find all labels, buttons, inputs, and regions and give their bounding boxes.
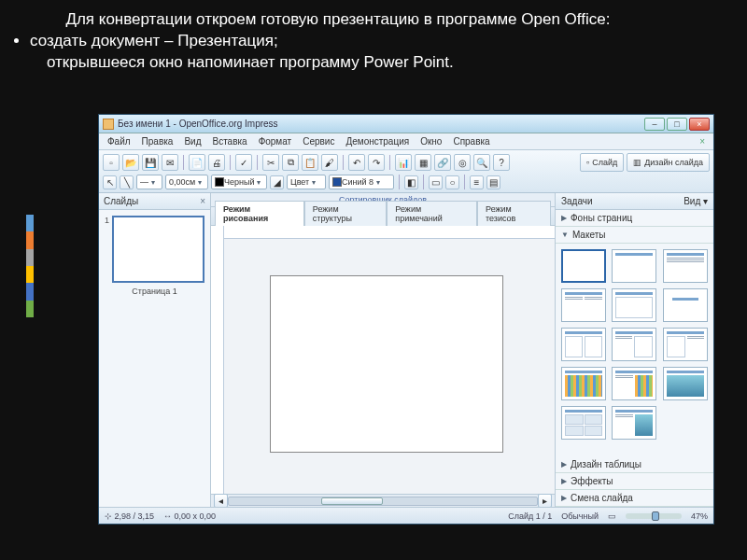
fill-type-combo[interactable]: Цвет — [287, 175, 326, 189]
section-masters[interactable]: Фоны страниц — [556, 210, 713, 227]
layout-chart[interactable] — [561, 367, 606, 400]
copy-icon[interactable]: ⧉ — [282, 154, 299, 171]
paste-icon[interactable]: 📋 — [302, 154, 318, 171]
section-transition[interactable]: Смена слайда — [556, 490, 713, 507]
tab-drawing[interactable]: Режим рисования — [215, 201, 304, 226]
layout-title-content[interactable] — [663, 249, 708, 283]
workspace: Слайды × 1 Страница 1 Сортировщик слайдо… — [99, 193, 713, 507]
section-effects[interactable]: Эффекты — [556, 473, 713, 490]
spellcheck-icon[interactable]: ✓ — [235, 154, 252, 171]
tasks-view-menu[interactable]: Вид ▾ — [684, 196, 708, 206]
table-icon[interactable]: ▦ — [415, 154, 431, 171]
layout-image[interactable] — [663, 367, 708, 400]
tab-notes[interactable]: Режим примечаний — [387, 201, 477, 226]
chart-icon[interactable]: 📊 — [395, 154, 412, 171]
slide-design-button[interactable]: ▥ Дизайн слайда — [627, 153, 710, 172]
fill-bucket-icon[interactable]: ◢ — [270, 175, 284, 189]
help-icon[interactable]: ? — [493, 154, 510, 171]
shadow-icon[interactable]: ◧ — [404, 175, 418, 189]
fill-color-combo[interactable]: Синий 8 — [329, 175, 394, 189]
new-slide-button[interactable]: ▫ Слайд — [580, 153, 624, 172]
shape-circle-icon[interactable]: ○ — [445, 175, 459, 189]
print-icon[interactable]: 🖨 — [208, 154, 225, 171]
scroll-right-icon[interactable]: ▸ — [538, 494, 552, 507]
status-zoom[interactable]: 47% — [691, 511, 708, 521]
layout-two-col[interactable] — [561, 288, 606, 322]
menu-view[interactable]: Вид — [179, 134, 205, 148]
line-color-combo[interactable]: Черный — [211, 175, 267, 189]
tab-handout[interactable]: Режим тезисов — [477, 201, 551, 226]
layout-title[interactable] — [612, 249, 656, 283]
line-icon[interactable]: ╲ — [120, 175, 134, 189]
section-layouts[interactable]: Макеты — [556, 227, 713, 244]
new-doc-icon[interactable]: ▫ — [103, 154, 120, 171]
layout-centered[interactable] — [663, 288, 708, 322]
tasks-panel: Задачи Вид ▾ Фоны страниц Макеты — [555, 193, 713, 507]
align-icon[interactable]: ≡ — [470, 175, 484, 189]
layout-text-img[interactable] — [612, 406, 656, 440]
menu-slideshow[interactable]: Демонстрация — [341, 134, 414, 148]
link-icon[interactable]: 🔗 — [434, 154, 451, 171]
tab-outline[interactable]: Режим структуры — [304, 201, 388, 226]
scroll-thumb[interactable] — [321, 497, 383, 505]
slides-panel-close-icon[interactable]: × — [200, 196, 205, 206]
layout-text-chart[interactable] — [612, 367, 656, 400]
pdf-icon[interactable]: 📄 — [189, 154, 205, 171]
slide-thumbnail[interactable] — [112, 216, 204, 283]
minimize-button[interactable]: – — [644, 118, 665, 131]
titlebar: Без имени 1 - OpenOffice.org Impress – □… — [99, 115, 713, 133]
save-icon[interactable]: 💾 — [142, 154, 159, 171]
section-table-design[interactable]: Дизайн таблицы — [556, 456, 713, 473]
app-icon — [103, 119, 114, 130]
slide-bullet-1: создать документ – Презентация; — [30, 31, 719, 52]
menu-tools[interactable]: Сервис — [298, 134, 339, 148]
menu-file[interactable]: Файл — [103, 134, 135, 148]
nav-icon[interactable]: ◎ — [454, 154, 471, 171]
slide-canvas[interactable] — [270, 275, 503, 453]
layout-obj-text[interactable] — [663, 328, 708, 361]
main-toolbar: ▫ 📂 💾 ✉ 📄 🖨 ✓ ✂ ⧉ 📋 🖌 ↶ ↷ 📊 ▦ 🔗 ◎ 🔍 ? — [99, 150, 713, 193]
slide-plus-icon: ▫ — [586, 158, 589, 167]
maximize-button[interactable]: □ — [667, 118, 687, 131]
redo-icon[interactable]: ↷ — [368, 154, 385, 171]
slides-panel-title: Слайды — [104, 196, 138, 206]
undo-icon[interactable]: ↶ — [348, 154, 365, 171]
brush-icon[interactable]: 🖌 — [321, 154, 338, 171]
layout-grid[interactable] — [561, 406, 606, 440]
close-button[interactable]: × — [689, 118, 710, 131]
impress-app-window: Без имени 1 - OpenOffice.org Impress – □… — [98, 114, 714, 525]
line-width-combo[interactable]: 0,00см — [165, 175, 208, 189]
zoom-icon[interactable]: 🔍 — [473, 154, 490, 171]
menu-format[interactable]: Формат — [254, 134, 297, 148]
mail-icon[interactable]: ✉ — [162, 154, 178, 171]
arrange-icon[interactable]: ▤ — [486, 175, 500, 189]
scroll-left-icon[interactable]: ◂ — [214, 494, 228, 507]
menu-insert[interactable]: Вставка — [207, 134, 251, 148]
arrow-icon[interactable]: ↖ — [103, 175, 117, 189]
shape-rect-icon[interactable]: ▭ — [429, 175, 443, 189]
slide-para-1: Для конвертации откроем готовую презента… — [47, 9, 719, 31]
open-icon[interactable]: 📂 — [122, 154, 139, 171]
status-slide: Слайд 1 / 1 — [508, 511, 552, 521]
layouts-grid — [556, 244, 713, 456]
menu-window[interactable]: Окно — [416, 134, 446, 148]
fit-page-icon[interactable]: ▭ — [608, 511, 616, 521]
horizontal-scrollbar[interactable]: ◂ ▸ — [211, 494, 555, 507]
chevron-right-icon — [561, 477, 567, 485]
layout-title-only[interactable] — [612, 288, 656, 322]
tasks-title: Задачи — [561, 196, 593, 206]
menu-edit[interactable]: Правка — [137, 134, 178, 148]
presentation-slide-text: Для конвертации откроем готовую презента… — [0, 0, 747, 74]
layout-text-obj[interactable] — [612, 328, 656, 361]
slide-index: 1 — [105, 216, 109, 283]
line-style-combo[interactable]: — — [136, 175, 162, 189]
cut-icon[interactable]: ✂ — [262, 154, 279, 171]
slide-para-2: открывшееся окно напоминает программу Po… — [47, 52, 719, 74]
editor-area: Сортировщик слайдов Режим рисования Режи… — [211, 193, 555, 507]
zoom-slider[interactable] — [626, 513, 682, 519]
layout-blank[interactable] — [561, 249, 606, 283]
doc-close-icon[interactable]: × — [695, 134, 710, 148]
layout-two-box[interactable] — [561, 328, 606, 361]
canvas-area[interactable] — [211, 226, 555, 494]
menu-help[interactable]: Справка — [448, 134, 494, 148]
